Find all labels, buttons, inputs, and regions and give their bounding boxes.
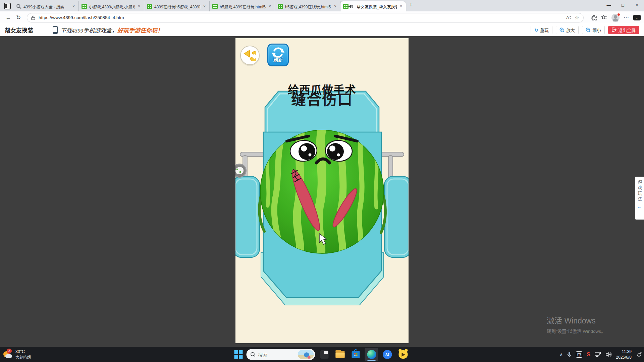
volume-icon[interactable] — [606, 352, 611, 357]
tab-title: 小游戏,4399小游戏,小游戏大全,双 — [89, 4, 135, 9]
notification-bell-icon[interactable] — [636, 352, 642, 358]
browser-tab[interactable]: 小游戏,4399小游戏,小游戏大全,双 × — [79, 1, 144, 11]
game-back-button[interactable] — [240, 46, 260, 65]
zoom-in-button[interactable]: 放大 — [556, 26, 579, 34]
search-placeholder: 搜索 — [258, 351, 298, 358]
start-button[interactable] — [234, 350, 243, 359]
weather-widget[interactable]: 3 30°C 大部晴朗 — [3, 347, 31, 362]
taskbar-search[interactable]: 搜索 — [247, 349, 315, 360]
microphone-icon[interactable] — [567, 352, 572, 357]
promo-highlight: 好玩手游任你玩！ — [117, 27, 163, 34]
search-daily-image[interactable] — [298, 350, 314, 359]
favorite-star-icon[interactable]: ☆ — [575, 14, 579, 21]
url-text[interactable]: https://www.4399.com/flash/250854_4.htm — [39, 15, 563, 20]
game-region: 刷新 给西瓜做手术 缝合伤口 激活 Windows 转到“设置”以激活 Wind… — [0, 36, 644, 347]
exit-fullscreen-icon — [612, 27, 616, 33]
tab-close-icon[interactable]: × — [268, 4, 272, 9]
new-tab-button[interactable]: + — [409, 2, 413, 9]
lock-icon — [31, 15, 35, 20]
weather-desc: 大部晴朗 — [15, 354, 31, 360]
exit-fullscreen-button[interactable]: 退出全屏 — [608, 26, 639, 34]
browser-tab[interactable]: h5游戏,4399在线玩,html5小游戏 × — [210, 1, 275, 11]
tab-close-icon[interactable]: × — [202, 4, 207, 9]
weather-icon: 3 — [3, 350, 13, 359]
hidden-icons-chevron[interactable]: ∧ — [559, 352, 563, 357]
notification-dot — [617, 13, 620, 16]
tab-list: 4399小游戏大全 - 搜索 × 小游戏,4399小游戏,小游戏大全,双 × 4… — [13, 0, 406, 11]
ime-indicator[interactable]: 中 — [576, 351, 582, 358]
network-icon[interactable] — [595, 352, 601, 357]
game-box-app-icon[interactable] — [396, 348, 410, 361]
tab-close-icon[interactable]: × — [333, 4, 337, 9]
sidebar-toggle-icon[interactable]: ← — [633, 15, 641, 20]
promo-text[interactable]: 下载4399手机游戏盒，好玩手游任你玩！ — [60, 26, 163, 34]
tab-close-icon[interactable]: × — [137, 4, 141, 9]
minimize-button[interactable]: — — [602, 0, 616, 10]
game-howto-side-tab[interactable]: 游戏玩法 ← — [635, 177, 644, 220]
browser-tab[interactable]: h5游戏,4399在线玩,html5小游戏 × — [275, 1, 340, 11]
chair-armrest-left — [235, 176, 260, 257]
game-title: 帮女友换装 — [5, 26, 33, 34]
phone-icon — [53, 26, 58, 34]
zoom-out-icon — [586, 27, 591, 33]
tab-title: h5游戏,4399在线玩,html5小游戏 — [285, 4, 331, 9]
zoom-out-button[interactable]: 缩小 — [582, 26, 605, 34]
site-4399-icon — [212, 4, 218, 9]
window-controls: — □ × — [602, 0, 644, 10]
refresh-label: 刷新 — [273, 56, 283, 63]
tab-title: h5游戏,4399在线玩,html5小游戏 — [220, 4, 266, 9]
browser-tab-bar: 4399小游戏大全 - 搜索 × 小游戏,4399小游戏,小游戏大全,双 × 4… — [0, 0, 644, 11]
profile-avatar[interactable] — [611, 14, 620, 22]
back-icon[interactable]: ← — [3, 14, 13, 21]
tab-title: 帮女友换装_帮女友换装html — [357, 4, 397, 9]
tray-date: 2025/6/8 — [616, 355, 632, 360]
game-refresh-button[interactable]: 刷新 — [267, 44, 289, 66]
chair-armrest-right — [384, 176, 409, 257]
edge-browser-icon[interactable] — [365, 348, 378, 361]
microsoft-store-icon[interactable] — [349, 348, 363, 361]
desktop-screen: 4399小游戏大全 - 搜索 × 小游戏,4399小游戏,小游戏大全,双 × 4… — [0, 0, 644, 362]
browser-menu-icon[interactable]: ⋯ — [624, 14, 629, 21]
site-4399-icon — [278, 4, 283, 9]
back-arrow-icon — [244, 50, 256, 61]
tray-time: 11:39 — [616, 349, 632, 354]
tab-audio-icon[interactable] — [348, 4, 353, 8]
browser-tab[interactable]: 4399小游戏大全 - 搜索 × — [13, 1, 79, 11]
zoom-in-icon — [559, 27, 565, 33]
weather-temp: 30°C — [15, 349, 31, 354]
snip-app-icon[interactable] — [318, 348, 331, 361]
site-4399-icon — [82, 4, 87, 9]
weather-badge: 3 — [7, 349, 12, 354]
game-instruction-line1: 给西瓜做手术 — [235, 81, 409, 97]
tab-title: 4399在线玩h5游戏_4399在线玩h — [154, 4, 200, 9]
system-tray: ∧ 中 S 11:39 2025/6/8 — [559, 347, 642, 362]
clock[interactable]: 11:39 2025/6/8 — [616, 349, 632, 360]
side-tab-arrow-icon: ← — [637, 204, 642, 209]
replay-icon: ↻ — [534, 27, 538, 33]
maximize-button[interactable]: □ — [616, 0, 630, 10]
game-controls: ↻ 重玩 放大 缩小 退出全屏 — [531, 26, 639, 34]
game-canvas[interactable]: 刷新 给西瓜做手术 缝合伤口 — [235, 38, 409, 343]
read-aloud-icon[interactable]: A — [566, 15, 571, 20]
browser-tab[interactable]: 4399在线玩h5游戏_4399在线玩h × — [144, 1, 210, 11]
m-app-icon[interactable]: M — [381, 348, 394, 361]
browser-tab-active[interactable]: 帮女友换装_帮女友换装html × — [340, 1, 406, 11]
side-tab-label: 游戏玩法 — [636, 180, 643, 202]
tab-title: 4399小游戏大全 - 搜索 — [23, 4, 69, 9]
address-bar[interactable]: https://www.4399.com/flash/250854_4.htm … — [27, 13, 584, 22]
tab-close-icon[interactable]: × — [399, 4, 403, 9]
tab-actions-icon[interactable] — [4, 3, 11, 9]
sogou-input-icon[interactable]: S — [587, 351, 590, 358]
refresh-icon[interactable]: ↻ — [13, 14, 23, 21]
search-icon — [16, 4, 21, 9]
site-4399-icon — [147, 4, 152, 9]
close-button[interactable]: × — [630, 0, 644, 10]
extensions-icon[interactable] — [591, 15, 597, 21]
site-4399-icon — [343, 4, 348, 9]
browser-toolbar: ← ↻ https://www.4399.com/flash/250854_4.… — [0, 11, 644, 24]
tab-close-icon[interactable]: × — [71, 4, 76, 9]
collections-icon[interactable] — [601, 15, 607, 20]
replay-button[interactable]: ↻ 重玩 — [531, 26, 552, 34]
taskbar-center: 搜索 M — [234, 347, 410, 362]
file-explorer-icon[interactable] — [333, 348, 347, 361]
